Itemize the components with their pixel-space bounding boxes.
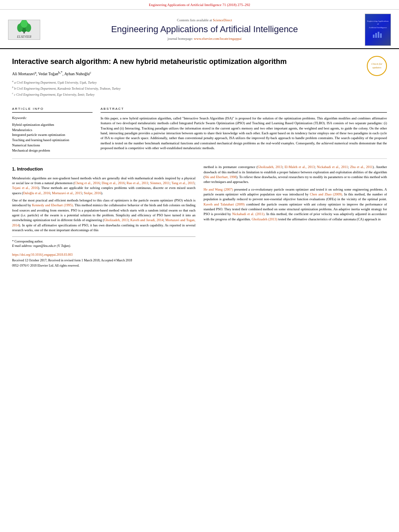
journal-title-section: Contents lists available at ScienceDirec… [48, 18, 361, 41]
ref-tejani-2016[interactable]: Tejani et al., 2016 [12, 186, 38, 190]
elsevier-label: ELSEVIER [17, 35, 31, 39]
right-paragraph-1: method is its premature convergence (Gho… [204, 164, 387, 184]
keyword-6: Mechanical design problem [12, 148, 93, 153]
homepage-url[interactable]: www.elsevier.com/locate/engappai [194, 37, 241, 41]
ref-gholi2-2013[interactable]: Gholizadeh, 2013 [258, 165, 282, 169]
ref-shi-1998[interactable]: Shi and Eberhart, 1998 [205, 175, 237, 179]
ref-cheng-2016[interactable]: Cheng et al., 2016 [74, 181, 100, 185]
affiliation-c: c c Civil Engineering Department, Ege Un… [12, 91, 363, 97]
journal-cover-image: Engineering Applications of Artificial I… [365, 14, 391, 46]
received-dates: Received 12 October 2017; Received in re… [12, 258, 195, 263]
doi-link[interactable]: https://doi.org/10.1016/j.engappai.2018.… [12, 253, 73, 257]
ref-kennedy-1995[interactable]: Kennedy and Eberhart (1995) [32, 203, 73, 207]
doi-section: https://doi.org/10.1016/j.engappai.2018.… [12, 253, 195, 268]
ref-zhu-2011[interactable]: Zhu et al., 2011 [350, 165, 372, 169]
keyword-5: Numerical functions [12, 143, 93, 148]
authors-line: Ali Mortazavia, Vedat Toğanb,*, Ayhan Nu… [12, 70, 363, 77]
svg-rect-8 [380, 33, 382, 38]
article-info-abstract-section: Article Info Keywords: Hybrid optimizati… [12, 107, 387, 153]
keywords-list: Hybrid optimization algorithm Metaheuris… [12, 122, 93, 153]
copyright: 0952-1976/© 2018 Elsevier Ltd. All right… [12, 263, 195, 268]
body-right-column: method is its premature convergence (Gho… [204, 164, 387, 268]
affiliation-a: a a Civil Engineering Department, Uşak U… [12, 79, 363, 85]
ref-ding-2016[interactable]: Ding et al., 2016 [102, 181, 125, 185]
keyword-3: Integrated particle swarm optimization [12, 132, 93, 138]
abstract-heading: Abstract [101, 107, 387, 113]
ref-nickabadi2-2011[interactable]: Nickabadi et al. (2011) [232, 212, 264, 216]
ref-kaveh-2014[interactable]: Kaveh and Javadi, 2014 [130, 218, 163, 222]
ref-mortazavi-2015[interactable]: Mortazavi et al., 2015 [52, 191, 82, 195]
article-info-column: Article Info Keywords: Hybrid optimizati… [12, 107, 93, 153]
abstract-text: In this paper, a new hybrid optimization… [101, 116, 387, 150]
sciencedirect-notice: Contents lists available at ScienceDirec… [48, 18, 361, 23]
ref-el-maleh-2013[interactable]: El-Maleh et al., 2013 [284, 165, 315, 169]
author-c-superscript: c [90, 71, 91, 74]
ref-nickabadi-2011[interactable]: Nickabadi et al., 2011 [317, 165, 348, 169]
email-line: E-mail address: togan@ktu.edu.tr (V. Toğ… [12, 244, 195, 248]
elsevier-tree-icon [12, 20, 36, 34]
corresponding-author-label: * Corresponding author. [12, 239, 195, 244]
ref-kaveh-2009[interactable]: Kaveh and Talatahari (2009) [204, 202, 245, 206]
sciencedirect-link[interactable]: ScienceDirect [213, 18, 232, 22]
author-a-superscript: a [35, 71, 36, 74]
ref-sonmez-2011[interactable]: Sönmez, 2011 [150, 181, 170, 185]
journal-name: Engineering Applications of Artificial I… [48, 24, 361, 35]
intro-paragraph-2: One of the most practical and efficient … [12, 198, 195, 232]
main-content: Interactive search algorithm: A new hybr… [0, 49, 399, 276]
affiliation-b: b b Civil Engineering Department, Karade… [12, 85, 363, 91]
svg-rect-6 [375, 33, 377, 38]
journal-homepage: journal homepage: www.elsevier.com/locat… [48, 37, 361, 41]
ref-gholi-2013[interactable]: Gholizadeh, 2013 [104, 218, 129, 222]
keywords-label: Keywords: [12, 116, 93, 121]
article-info-heading: Article Info [12, 107, 93, 113]
intro-section-title: 1. Introduction [12, 166, 195, 172]
keyword-1: Hybrid optimization algorithm [12, 122, 93, 127]
body-columns: 1. Introduction Metaheuristic algorithms… [12, 164, 387, 268]
ref-stolpe-2016[interactable]: Stolpe, 2016 [84, 191, 101, 195]
ref-daloglu-2016[interactable]: Daloğlu et al., 2016 [23, 191, 50, 195]
check-for-updates-badge: Check for updates [367, 56, 387, 76]
author-b-superscript: b,* [58, 71, 62, 74]
keyword-2: Metaheuristics [12, 127, 93, 133]
journal-citation-bar: Engineering Applications of Artificial I… [0, 0, 399, 10]
svg-rect-7 [378, 32, 379, 38]
elsevier-logo: ELSEVIER [8, 20, 44, 40]
elsevier-image: ELSEVIER [8, 20, 40, 40]
ref-tang-2015[interactable]: Tang et al., 2015 [171, 181, 194, 185]
affiliations: a a Civil Engineering Department, Uşak U… [12, 79, 363, 97]
ref-he-2007[interactable]: He and Wang (2007) [204, 187, 233, 191]
email-link[interactable]: togan@ktu.edu.tr [33, 244, 56, 248]
page: Engineering Applications of Artificial I… [0, 0, 399, 532]
ref-gholi3-2013[interactable]: Gholizadeh (2013) [252, 217, 278, 221]
journal-citation: Engineering Applications of Artificial I… [149, 3, 250, 7]
journal-header: ELSEVIER Contents lists available at Sci… [0, 10, 399, 49]
keyword-4: Teaching and learning based optimization [12, 138, 93, 143]
section-divider [12, 158, 387, 159]
intro-paragraph-1: Metaheuristic algorithms are non-gradien… [12, 176, 195, 195]
cover-thumbnail: Engineering Applications of Artificial I… [365, 14, 391, 46]
abstract-column: Abstract In this paper, a new hybrid opt… [101, 107, 387, 153]
footnote-section: * Corresponding author. E-mail address: … [12, 236, 195, 248]
svg-rect-5 [373, 35, 374, 38]
ref-rao-2011[interactable]: Rao et al., 2011 [127, 181, 148, 185]
ref-chen-2009[interactable]: Chen and Zhao (2009) [310, 192, 342, 196]
right-paragraph-2: He and Wang (2007) presented a co-evolut… [204, 187, 387, 222]
article-title: Interactive search algorithm: A new hybr… [12, 57, 363, 66]
body-left-column: 1. Introduction Metaheuristic algorithms… [12, 164, 195, 268]
